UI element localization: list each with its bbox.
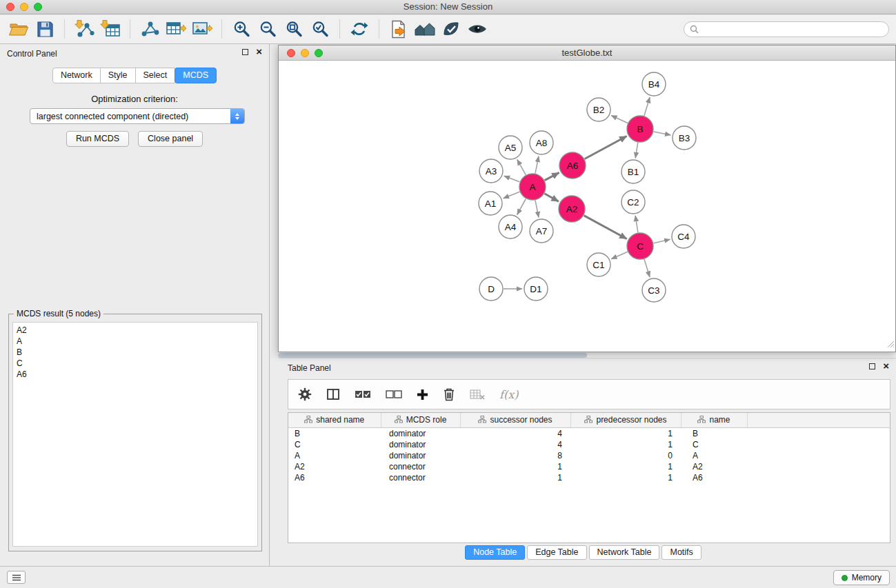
- graph-node-A1[interactable]: A1: [479, 192, 502, 215]
- deselect-all-button[interactable]: [386, 389, 402, 399]
- graph-edge-C-C4[interactable]: [654, 239, 670, 243]
- float-panel-icon[interactable]: [242, 49, 248, 55]
- network-canvas[interactable]: B4B2BB3A5A8A6B1A3AC2A1A2A4A7C1CC4C3DD1: [279, 61, 895, 352]
- graph-edge-B-B1[interactable]: [635, 143, 638, 159]
- graph-edge-C-C1[interactable]: [611, 252, 628, 259]
- add-column-button[interactable]: [326, 388, 340, 401]
- export-image-button[interactable]: [190, 17, 214, 41]
- graph-node-D[interactable]: D: [479, 277, 503, 301]
- graph-edge-A-A8[interactable]: [535, 156, 539, 174]
- tab-network[interactable]: Network: [52, 68, 101, 83]
- search-box[interactable]: [684, 21, 889, 37]
- graph-edge-B-B3[interactable]: [654, 132, 671, 135]
- graph-node-A5[interactable]: A5: [499, 136, 522, 159]
- close-panel-button[interactable]: Close panel: [138, 131, 203, 147]
- mcds-result-item[interactable]: A2: [17, 325, 254, 336]
- column-header-mcds-role[interactable]: MCDS role: [381, 413, 460, 427]
- zoom-window-button[interactable]: [34, 3, 42, 11]
- zoom-selected-button[interactable]: [308, 17, 332, 41]
- graph-node-A[interactable]: A: [519, 174, 546, 200]
- graph-node-C4[interactable]: C4: [672, 225, 695, 248]
- graph-edge-A6-B[interactable]: [585, 136, 627, 159]
- graph-edge-A-A3[interactable]: [504, 176, 520, 182]
- open-session-button[interactable]: [7, 17, 30, 41]
- import-table-file-button[interactable]: [99, 17, 122, 41]
- graph-edge-A-A1[interactable]: [504, 192, 520, 198]
- graph-edge-A-A4[interactable]: [517, 199, 526, 215]
- select-all-button[interactable]: [355, 389, 371, 399]
- window-titlebar[interactable]: Session: New Session: [0, 0, 896, 14]
- close-table-panel-icon[interactable]: ×: [883, 362, 889, 370]
- graph-node-B[interactable]: B: [627, 116, 653, 142]
- graph-edge-A-A2[interactable]: [544, 194, 558, 201]
- table-row[interactable]: Adominator80A: [288, 450, 890, 461]
- close-panel-icon[interactable]: ×: [256, 48, 262, 56]
- graph-node-B3[interactable]: B3: [673, 126, 696, 150]
- graph-node-B1[interactable]: B1: [621, 160, 645, 183]
- graph-node-C2[interactable]: C2: [621, 190, 645, 214]
- table-settings-button[interactable]: [298, 387, 312, 401]
- table-row[interactable]: A6connector11A6: [288, 472, 890, 483]
- graph-edge-B-B4[interactable]: [644, 97, 650, 116]
- mcds-result-item[interactable]: B: [17, 347, 254, 358]
- graph-node-A7[interactable]: A7: [530, 219, 553, 243]
- save-session-button[interactable]: [33, 17, 57, 41]
- tab-node-table[interactable]: Node Table: [465, 545, 525, 560]
- mcds-result-item[interactable]: A6: [17, 369, 254, 380]
- graph-edge-C-C3[interactable]: [644, 259, 650, 277]
- float-table-panel-icon[interactable]: [869, 363, 875, 369]
- tab-motifs[interactable]: Motifs: [661, 545, 701, 560]
- delete-row-button[interactable]: [443, 387, 455, 401]
- import-network-file-button[interactable]: [72, 17, 96, 41]
- tab-select[interactable]: Select: [135, 68, 176, 83]
- table-row[interactable]: A2connector11A2: [288, 461, 890, 472]
- graph-node-C1[interactable]: C1: [587, 253, 610, 276]
- column-header-name[interactable]: name: [681, 413, 747, 427]
- column-header-shared-name[interactable]: shared name: [288, 413, 381, 427]
- tab-mcds[interactable]: MCDS: [175, 68, 217, 83]
- minimize-window-button[interactable]: [20, 3, 28, 11]
- export-network-button[interactable]: [387, 17, 410, 41]
- graph-node-A8[interactable]: A8: [530, 131, 553, 154]
- criterion-dropdown[interactable]: largest connected component (directed): [30, 108, 245, 124]
- minimize-network-window-button[interactable]: [301, 49, 309, 57]
- mcds-result-item[interactable]: C: [17, 358, 254, 369]
- graph-node-A6[interactable]: A6: [559, 152, 586, 179]
- graph-node-B2[interactable]: B2: [587, 98, 610, 121]
- close-window-button[interactable]: [6, 3, 14, 11]
- tab-style[interactable]: Style: [100, 68, 136, 83]
- graph-edge-B-B2[interactable]: [611, 116, 628, 123]
- graph-node-D1[interactable]: D1: [524, 277, 548, 301]
- new-network-button[interactable]: [138, 17, 161, 41]
- column-header-predecessor-nodes[interactable]: predecessor nodes: [570, 413, 681, 427]
- function-builder-button[interactable]: f(x): [499, 388, 518, 401]
- resize-grip[interactable]: [887, 338, 895, 351]
- tab-network-table[interactable]: Network Table: [589, 545, 660, 560]
- memory-button[interactable]: Memory: [833, 570, 890, 585]
- mcds-result-item[interactable]: A: [17, 336, 254, 347]
- zoom-fit-button[interactable]: [282, 17, 306, 41]
- graph-edge-A-A6[interactable]: [545, 172, 559, 180]
- network-graph[interactable]: B4B2BB3A5A8A6B1A3AC2A1A2A4A7C1CC4C3DD1: [279, 61, 895, 352]
- graph-node-A4[interactable]: A4: [499, 215, 522, 239]
- apply-check-button[interactable]: [439, 17, 463, 41]
- network-horizontal-scrollbar[interactable]: [278, 352, 896, 358]
- scrollbar-thumb[interactable]: [278, 353, 587, 358]
- graph-node-C[interactable]: C: [627, 233, 653, 259]
- zoom-out-button[interactable]: [256, 17, 279, 41]
- table-row[interactable]: Cdominator41C: [288, 439, 890, 450]
- zoom-network-window-button[interactable]: [315, 49, 323, 57]
- refresh-view-button[interactable]: [348, 17, 371, 41]
- graph-node-A2[interactable]: A2: [559, 196, 585, 222]
- export-table-button[interactable]: [164, 17, 188, 41]
- graph-edge-C-C2[interactable]: [635, 216, 638, 232]
- home-view-button[interactable]: [413, 17, 437, 41]
- graph-node-C3[interactable]: C3: [642, 278, 666, 302]
- show-hide-button[interactable]: [466, 17, 489, 41]
- zoom-in-button[interactable]: [230, 17, 253, 41]
- network-window-titlebar[interactable]: testGlobe.txt: [279, 45, 895, 61]
- close-network-window-button[interactable]: [287, 49, 295, 57]
- graph-edge-A-A7[interactable]: [535, 201, 539, 218]
- column-header-successor-nodes[interactable]: successor nodes: [460, 413, 570, 427]
- tab-edge-table[interactable]: Edge Table: [527, 545, 586, 560]
